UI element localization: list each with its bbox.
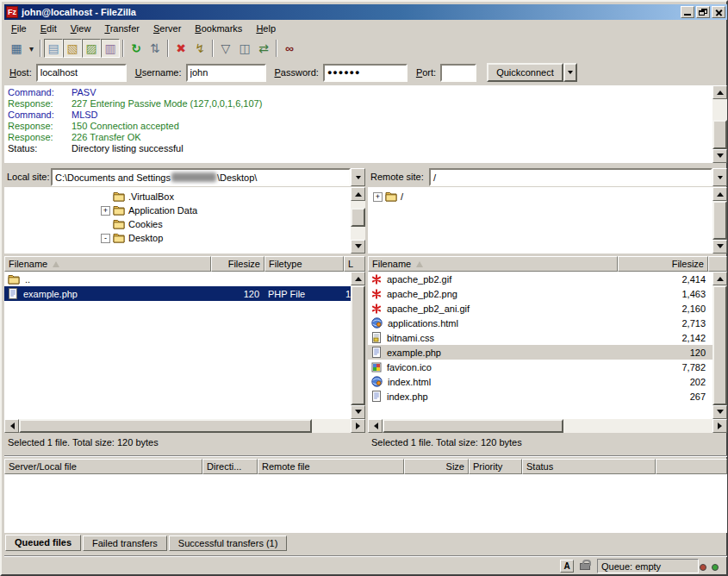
scrollbar-thumb[interactable]: [19, 419, 312, 433]
cancel-button[interactable]: ✖: [171, 39, 190, 58]
tab-failed-transfers[interactable]: Failed transfers: [83, 535, 167, 551]
scroll-down-button[interactable]: [712, 405, 727, 419]
scrollbar-thumb[interactable]: [383, 419, 563, 433]
local-list-scrollbar[interactable]: [351, 272, 365, 419]
scrollbar-thumb[interactable]: [351, 208, 365, 227]
log-scrollbar[interactable]: [712, 85, 727, 163]
site-manager-button[interactable]: ▦: [7, 39, 26, 58]
scroll-up-button[interactable]: [712, 85, 727, 99]
toggle-queue-button[interactable]: ▥: [101, 39, 120, 58]
remote-list-hscrollbar[interactable]: [368, 419, 727, 433]
process-queue-button[interactable]: ⇅: [146, 39, 165, 58]
file-row[interactable]: ..: [4, 272, 351, 286]
menu-view[interactable]: View: [64, 21, 98, 36]
column-header-direction[interactable]: Directi...: [202, 459, 258, 474]
scrollbar-track[interactable]: [19, 419, 351, 433]
scrollbar-thumb[interactable]: [351, 285, 365, 405]
scroll-down-button[interactable]: [351, 240, 365, 254]
expand-icon[interactable]: +: [373, 192, 383, 202]
quickconnect-button[interactable]: Quickconnect: [487, 63, 563, 82]
scrollbar-track[interactable]: [351, 285, 365, 405]
scrollbar-track[interactable]: [351, 201, 365, 240]
menu-file[interactable]: File: [4, 21, 34, 36]
find-files-button[interactable]: ∞: [280, 39, 299, 58]
collapse-icon[interactable]: -: [101, 234, 110, 243]
scroll-down-button[interactable]: [351, 405, 365, 419]
menu-help[interactable]: Help: [249, 21, 283, 36]
scroll-up-button[interactable]: [712, 187, 727, 201]
synchronized-browsing-button[interactable]: ⇄: [254, 39, 273, 58]
scroll-left-button[interactable]: [4, 419, 19, 433]
file-row[interactable]: bitnami.css 2,142: [368, 330, 712, 345]
file-row[interactable]: apache_pb2.png 1,463: [368, 286, 712, 301]
menu-server[interactable]: Server: [146, 21, 188, 36]
expand-icon[interactable]: +: [101, 206, 110, 216]
scroll-right-button[interactable]: [712, 419, 727, 433]
disconnect-button[interactable]: ↯: [190, 39, 209, 58]
site-manager-dropdown-button[interactable]: ▾: [26, 39, 37, 58]
column-header-status[interactable]: Status: [522, 459, 656, 474]
column-header-filename[interactable]: Filename: [368, 256, 618, 272]
tree-item[interactable]: .VirtualBox: [101, 190, 174, 203]
scrollbar-track[interactable]: [712, 99, 727, 149]
column-header-filename[interactable]: Filename: [4, 256, 211, 272]
close-button[interactable]: [712, 6, 725, 18]
column-header-server-local-file[interactable]: Server/Local file: [4, 459, 202, 474]
remote-tree-scrollbar[interactable]: [712, 187, 727, 254]
tab-successful-transfers[interactable]: Successful transfers (1): [169, 535, 288, 551]
host-input[interactable]: [36, 64, 127, 82]
scroll-left-button[interactable]: [368, 419, 383, 433]
scroll-down-button[interactable]: [712, 149, 727, 163]
port-input[interactable]: [440, 64, 476, 82]
toggle-local-tree-button[interactable]: ▧: [63, 39, 82, 58]
toggle-message-log-button[interactable]: ▤: [44, 39, 63, 58]
scrollbar-track[interactable]: [383, 419, 712, 433]
scrollbar-thumb[interactable]: [712, 285, 727, 405]
local-site-dropdown-button[interactable]: [351, 168, 365, 186]
column-header-priority[interactable]: Priority: [469, 459, 522, 474]
pane-splitter[interactable]: [4, 455, 727, 457]
file-row[interactable]: apache_pb2.gif 2,414: [368, 272, 712, 286]
menu-bookmarks[interactable]: Bookmarks: [188, 21, 249, 36]
file-row[interactable]: index.html 202: [368, 374, 712, 389]
remote-list-scrollbar[interactable]: [712, 272, 727, 419]
minimize-button[interactable]: [681, 6, 694, 18]
tab-queued-files[interactable]: Queued files: [5, 535, 81, 551]
file-row-selected[interactable]: example.php 120 PHP File 1: [4, 286, 351, 301]
encryption-status-icon[interactable]: [580, 563, 590, 570]
local-site-combo[interactable]: C:\Documents and Settings\Desktop\: [51, 168, 365, 186]
tree-item[interactable]: - Desktop: [101, 231, 163, 245]
scrollbar-thumb[interactable]: [712, 201, 727, 240]
column-header-remote-file[interactable]: Remote file: [258, 459, 404, 474]
password-input[interactable]: [323, 64, 408, 82]
restore-button[interactable]: [696, 6, 710, 18]
scroll-up-button[interactable]: [351, 272, 365, 285]
menu-edit[interactable]: Edit: [34, 21, 64, 36]
scroll-right-button[interactable]: [351, 419, 365, 433]
file-row-selected[interactable]: example.php 120: [368, 345, 712, 360]
scrollbar-track[interactable]: [712, 285, 727, 405]
local-list-hscrollbar[interactable]: [4, 419, 365, 433]
column-header-filesize[interactable]: Filesize: [211, 256, 264, 272]
refresh-button[interactable]: ↻: [127, 39, 146, 58]
menu-transfer[interactable]: Transfer: [97, 21, 146, 36]
scroll-up-button[interactable]: [351, 187, 365, 201]
directory-comparison-button[interactable]: ◫: [235, 39, 254, 58]
quickconnect-dropdown-button[interactable]: [563, 63, 577, 82]
tree-item[interactable]: Cookies: [101, 217, 163, 231]
tree-item[interactable]: + Application Data: [101, 203, 197, 217]
username-input[interactable]: [186, 64, 266, 82]
remote-site-combo[interactable]: /: [429, 168, 727, 186]
scroll-up-button[interactable]: [712, 272, 727, 285]
transfer-type-icon[interactable]: A: [560, 560, 574, 573]
file-row[interactable]: apache_pb2_ani.gif 2,160: [368, 301, 712, 316]
column-header-filetype[interactable]: Filetype: [264, 256, 344, 272]
filename-filters-button[interactable]: ▽: [216, 39, 235, 58]
toggle-remote-tree-button[interactable]: ▨: [82, 39, 101, 58]
local-tree-scrollbar[interactable]: [351, 187, 365, 254]
scrollbar-thumb[interactable]: [712, 120, 727, 149]
file-row[interactable]: favicon.ico 7,782: [368, 360, 712, 374]
scrollbar-track[interactable]: [712, 201, 727, 240]
file-row[interactable]: applications.html 2,713: [368, 316, 712, 330]
remote-site-dropdown-button[interactable]: [712, 168, 727, 186]
